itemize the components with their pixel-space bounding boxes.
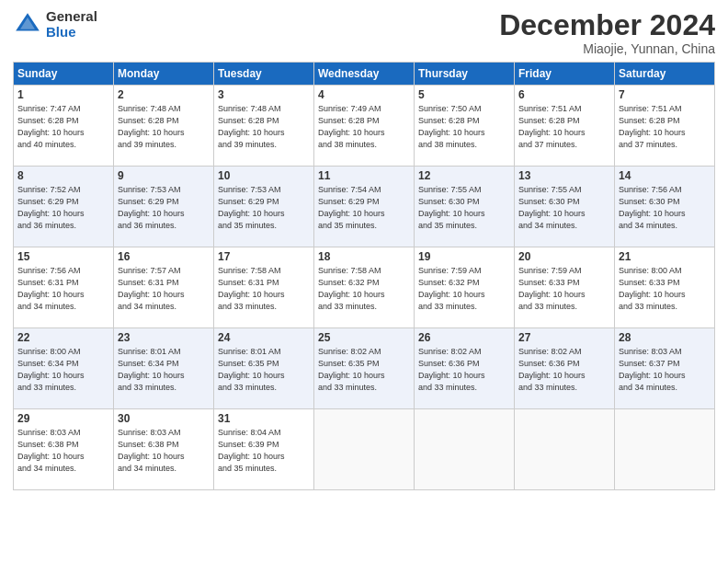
table-row: 26Sunrise: 8:02 AM Sunset: 6:36 PM Dayli… <box>415 328 515 409</box>
day-info: Sunrise: 7:49 AM Sunset: 6:28 PM Dayligh… <box>318 103 410 151</box>
day-number: 25 <box>318 331 410 344</box>
table-row: 17Sunrise: 7:58 AM Sunset: 6:31 PM Dayli… <box>214 247 314 328</box>
col-friday: Friday <box>515 63 615 86</box>
day-info: Sunrise: 7:59 AM Sunset: 6:32 PM Dayligh… <box>418 265 510 313</box>
logo: General Blue <box>13 9 97 40</box>
table-row: 13Sunrise: 7:55 AM Sunset: 6:30 PM Dayli… <box>515 167 615 247</box>
day-info: Sunrise: 8:01 AM Sunset: 6:34 PM Dayligh… <box>118 346 210 394</box>
day-number: 17 <box>218 250 310 263</box>
day-info: Sunrise: 7:58 AM Sunset: 6:31 PM Dayligh… <box>218 265 310 313</box>
table-row: 16Sunrise: 7:57 AM Sunset: 6:31 PM Dayli… <box>114 247 214 328</box>
header: General Blue December 2024 Miaojie, Yunn… <box>13 9 715 56</box>
logo-text: General Blue <box>46 9 97 40</box>
location: Miaojie, Yunnan, China <box>499 41 715 56</box>
table-row: 7Sunrise: 7:51 AM Sunset: 6:28 PM Daylig… <box>615 86 715 167</box>
col-tuesday: Tuesday <box>214 63 314 86</box>
calendar-week-3: 15Sunrise: 7:56 AM Sunset: 6:31 PM Dayli… <box>14 247 715 328</box>
logo-general: General <box>46 9 97 25</box>
calendar-week-4: 22Sunrise: 8:00 AM Sunset: 6:34 PM Dayli… <box>14 328 715 409</box>
col-wednesday: Wednesday <box>314 63 415 86</box>
day-number: 3 <box>218 88 310 101</box>
table-row: 27Sunrise: 8:02 AM Sunset: 6:36 PM Dayli… <box>515 328 615 409</box>
day-info: Sunrise: 8:01 AM Sunset: 6:35 PM Dayligh… <box>218 346 310 394</box>
table-row: 28Sunrise: 8:03 AM Sunset: 6:37 PM Dayli… <box>615 328 715 409</box>
day-number: 16 <box>118 250 210 263</box>
table-row: 3Sunrise: 7:48 AM Sunset: 6:28 PM Daylig… <box>214 86 314 167</box>
calendar-header-row: Sunday Monday Tuesday Wednesday Thursday… <box>14 63 715 86</box>
table-row: 31Sunrise: 8:04 AM Sunset: 6:39 PM Dayli… <box>214 409 314 490</box>
day-number: 27 <box>518 331 610 344</box>
table-row: 21Sunrise: 8:00 AM Sunset: 6:33 PM Dayli… <box>615 247 715 328</box>
table-row <box>615 409 715 490</box>
day-info: Sunrise: 7:48 AM Sunset: 6:28 PM Dayligh… <box>218 103 310 151</box>
table-row: 11Sunrise: 7:54 AM Sunset: 6:29 PM Dayli… <box>314 167 415 247</box>
logo-icon <box>13 10 42 40</box>
calendar-week-5: 29Sunrise: 8:03 AM Sunset: 6:38 PM Dayli… <box>14 409 715 490</box>
logo-blue: Blue <box>46 25 97 40</box>
day-number: 1 <box>17 88 109 101</box>
table-row: 20Sunrise: 7:59 AM Sunset: 6:33 PM Dayli… <box>515 247 615 328</box>
calendar-table: Sunday Monday Tuesday Wednesday Thursday… <box>13 62 715 490</box>
day-info: Sunrise: 8:02 AM Sunset: 6:36 PM Dayligh… <box>518 346 610 394</box>
day-number: 4 <box>318 88 410 101</box>
table-row <box>314 409 415 490</box>
table-row: 29Sunrise: 8:03 AM Sunset: 6:38 PM Dayli… <box>14 409 114 490</box>
table-row: 15Sunrise: 7:56 AM Sunset: 6:31 PM Dayli… <box>14 247 114 328</box>
day-info: Sunrise: 7:57 AM Sunset: 6:31 PM Dayligh… <box>118 265 210 313</box>
day-info: Sunrise: 7:56 AM Sunset: 6:30 PM Dayligh… <box>619 184 711 232</box>
day-number: 5 <box>418 88 510 101</box>
calendar-week-2: 8Sunrise: 7:52 AM Sunset: 6:29 PM Daylig… <box>14 167 715 247</box>
col-thursday: Thursday <box>415 63 515 86</box>
table-row: 10Sunrise: 7:53 AM Sunset: 6:29 PM Dayli… <box>214 167 314 247</box>
day-number: 29 <box>17 412 109 425</box>
table-row: 8Sunrise: 7:52 AM Sunset: 6:29 PM Daylig… <box>14 167 114 247</box>
table-row: 19Sunrise: 7:59 AM Sunset: 6:32 PM Dayli… <box>415 247 515 328</box>
day-number: 11 <box>318 169 410 182</box>
day-number: 2 <box>118 88 210 101</box>
col-sunday: Sunday <box>14 63 114 86</box>
table-row <box>415 409 515 490</box>
day-number: 9 <box>118 169 210 182</box>
table-row: 25Sunrise: 8:02 AM Sunset: 6:35 PM Dayli… <box>314 328 415 409</box>
day-info: Sunrise: 7:54 AM Sunset: 6:29 PM Dayligh… <box>318 184 410 232</box>
table-row: 5Sunrise: 7:50 AM Sunset: 6:28 PM Daylig… <box>415 86 515 167</box>
day-info: Sunrise: 7:55 AM Sunset: 6:30 PM Dayligh… <box>518 184 610 232</box>
day-info: Sunrise: 7:47 AM Sunset: 6:28 PM Dayligh… <box>17 103 109 151</box>
day-number: 18 <box>318 250 410 263</box>
day-info: Sunrise: 8:00 AM Sunset: 6:33 PM Dayligh… <box>619 265 711 313</box>
table-row: 1Sunrise: 7:47 AM Sunset: 6:28 PM Daylig… <box>14 86 114 167</box>
day-number: 19 <box>418 250 510 263</box>
day-info: Sunrise: 7:55 AM Sunset: 6:30 PM Dayligh… <box>418 184 510 232</box>
day-info: Sunrise: 7:53 AM Sunset: 6:29 PM Dayligh… <box>218 184 310 232</box>
day-number: 6 <box>518 88 610 101</box>
day-number: 28 <box>619 331 711 344</box>
calendar-week-1: 1Sunrise: 7:47 AM Sunset: 6:28 PM Daylig… <box>14 86 715 167</box>
day-info: Sunrise: 8:04 AM Sunset: 6:39 PM Dayligh… <box>218 427 310 475</box>
table-row: 12Sunrise: 7:55 AM Sunset: 6:30 PM Dayli… <box>415 167 515 247</box>
day-number: 24 <box>218 331 310 344</box>
day-number: 15 <box>17 250 109 263</box>
day-info: Sunrise: 7:58 AM Sunset: 6:32 PM Dayligh… <box>318 265 410 313</box>
day-number: 23 <box>118 331 210 344</box>
table-row: 2Sunrise: 7:48 AM Sunset: 6:28 PM Daylig… <box>114 86 214 167</box>
table-row: 24Sunrise: 8:01 AM Sunset: 6:35 PM Dayli… <box>214 328 314 409</box>
day-info: Sunrise: 7:50 AM Sunset: 6:28 PM Dayligh… <box>418 103 510 151</box>
day-info: Sunrise: 7:51 AM Sunset: 6:28 PM Dayligh… <box>518 103 610 151</box>
day-info: Sunrise: 7:48 AM Sunset: 6:28 PM Dayligh… <box>118 103 210 151</box>
day-number: 26 <box>418 331 510 344</box>
day-info: Sunrise: 8:02 AM Sunset: 6:35 PM Dayligh… <box>318 346 410 394</box>
day-info: Sunrise: 8:00 AM Sunset: 6:34 PM Dayligh… <box>17 346 109 394</box>
day-info: Sunrise: 7:52 AM Sunset: 6:29 PM Dayligh… <box>17 184 109 232</box>
table-row: 14Sunrise: 7:56 AM Sunset: 6:30 PM Dayli… <box>615 167 715 247</box>
title-block: December 2024 Miaojie, Yunnan, China <box>499 9 715 56</box>
calendar-container: General Blue December 2024 Miaojie, Yunn… <box>0 0 728 563</box>
day-number: 21 <box>619 250 711 263</box>
day-number: 12 <box>418 169 510 182</box>
col-saturday: Saturday <box>615 63 715 86</box>
day-info: Sunrise: 7:51 AM Sunset: 6:28 PM Dayligh… <box>619 103 711 151</box>
table-row: 30Sunrise: 8:03 AM Sunset: 6:38 PM Dayli… <box>114 409 214 490</box>
day-info: Sunrise: 7:56 AM Sunset: 6:31 PM Dayligh… <box>17 265 109 313</box>
day-info: Sunrise: 8:03 AM Sunset: 6:38 PM Dayligh… <box>17 427 109 475</box>
table-row: 22Sunrise: 8:00 AM Sunset: 6:34 PM Dayli… <box>14 328 114 409</box>
day-info: Sunrise: 7:59 AM Sunset: 6:33 PM Dayligh… <box>518 265 610 313</box>
